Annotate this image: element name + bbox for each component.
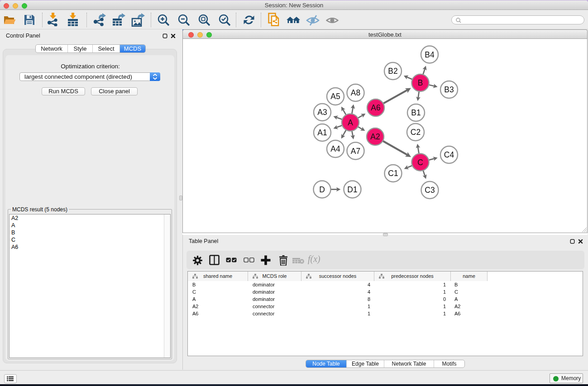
svg-text:C3: C3 bbox=[425, 186, 435, 195]
svg-text:A8: A8 bbox=[351, 88, 360, 97]
svg-text:C2: C2 bbox=[411, 128, 421, 137]
svg-text:B3: B3 bbox=[444, 85, 454, 94]
svg-text:B2: B2 bbox=[388, 67, 397, 76]
svg-text:A2: A2 bbox=[370, 132, 380, 141]
svg-text:C4: C4 bbox=[444, 150, 454, 159]
svg-text:D1: D1 bbox=[347, 185, 357, 194]
svg-text:A5: A5 bbox=[330, 92, 340, 101]
svg-text:D: D bbox=[319, 185, 325, 194]
svg-text:A6: A6 bbox=[371, 103, 380, 112]
svg-text:A3: A3 bbox=[317, 108, 327, 117]
svg-text:A: A bbox=[348, 118, 353, 127]
svg-text:B1: B1 bbox=[411, 108, 421, 117]
svg-text:C1: C1 bbox=[388, 169, 398, 178]
svg-text:A7: A7 bbox=[351, 147, 360, 156]
svg-text:B: B bbox=[418, 78, 423, 87]
svg-text:A4: A4 bbox=[330, 144, 340, 153]
svg-text:C: C bbox=[417, 158, 423, 167]
svg-text:A1: A1 bbox=[317, 128, 327, 137]
svg-text:B4: B4 bbox=[425, 50, 435, 59]
